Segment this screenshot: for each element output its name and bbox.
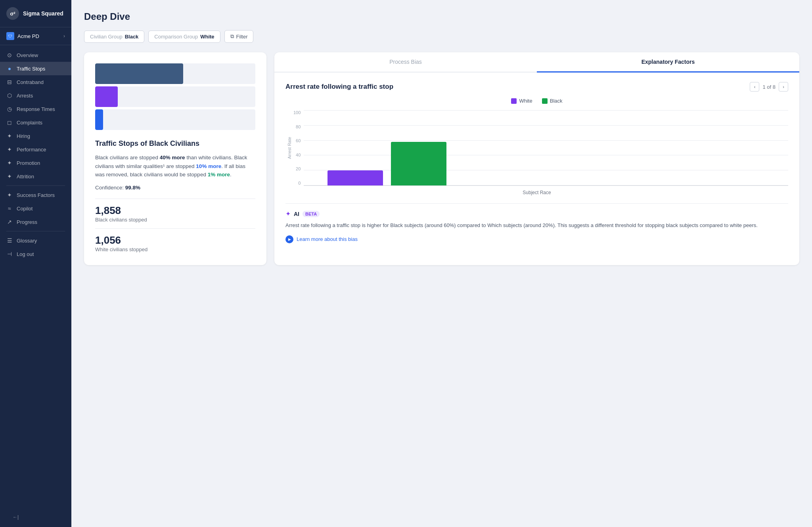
play-icon: ▶: [285, 235, 293, 243]
contraband-icon: ⊟: [6, 79, 13, 85]
sidebar-item-glossary-label: Glossary: [17, 238, 37, 244]
bar-purple: [95, 86, 118, 107]
card-tabs: Process Bias Explanatory Factors: [274, 52, 799, 73]
tab-explanatory-factors[interactable]: Explanatory Factors: [537, 52, 799, 73]
sidebar-item-success-factors-label: Success Factors: [17, 192, 55, 198]
civilian-group-filter[interactable]: Civilian Group Black: [84, 31, 144, 43]
sidebar-item-traffic-stops-label: Traffic Stops: [17, 66, 45, 72]
sidebar-item-response-times[interactable]: ◷ Response Times: [0, 102, 71, 116]
left-card-description: Black civilians are stopped 40% more tha…: [95, 153, 255, 179]
stat-black-number: 1,858: [95, 204, 255, 217]
glossary-icon: ☰: [6, 237, 13, 244]
progress-icon: ↗: [6, 219, 13, 225]
collapse-button[interactable]: ←|: [6, 511, 65, 523]
sidebar-item-hiring-label: Hiring: [17, 133, 30, 139]
sidebar-nav: ⊙ Overview ● Traffic Stops ⊟ Contraband …: [0, 45, 71, 507]
pagination-display: 1 of 8: [762, 84, 776, 90]
bar-row-3: [95, 109, 255, 130]
sidebar-item-glossary[interactable]: ☰ Glossary: [0, 234, 71, 247]
y-label-40: 40: [296, 153, 301, 157]
chart-wrapper: Arrest Rate 100 80 60 40 20 0: [285, 110, 788, 186]
legend-white-label: White: [519, 98, 532, 104]
sidebar-item-progress[interactable]: ↗ Progress: [0, 215, 71, 229]
sidebar-item-copilot[interactable]: ≈ Copilot: [0, 202, 71, 215]
white-bar: [327, 170, 383, 185]
y-label-0: 0: [298, 181, 301, 185]
logout-icon: ⊣: [6, 251, 13, 257]
sidebar-item-attrition[interactable]: ✦ Attrition: [0, 170, 71, 183]
sidebar-item-success-factors[interactable]: ✦ Success Factors: [0, 188, 71, 202]
nav-divider-2: [6, 231, 65, 231]
collapse-icon: ←|: [13, 514, 19, 520]
confidence-value: 99.8%: [125, 185, 140, 191]
sidebar-item-attrition-label: Attrition: [17, 174, 34, 179]
stat-black-label: Black civilians stopped: [95, 217, 255, 223]
chart-header: Arrest rate following a traffic stop ‹ 1…: [285, 82, 788, 92]
comparison-group-filter[interactable]: Comparison Group White: [148, 31, 220, 43]
legend-white-dot: [511, 98, 517, 104]
stat-1pct: 1% more: [208, 172, 230, 178]
sidebar-item-arrests-label: Arrests: [17, 93, 33, 99]
sidebar: σ² Sigma Squared 🛡 Acme PD › ⊙ Overview …: [0, 0, 71, 527]
chart-inner: [304, 110, 788, 186]
sidebar-item-performance-label: Performance: [17, 147, 46, 153]
sidebar-item-overview[interactable]: ⊙ Overview: [0, 48, 71, 62]
overview-icon: ⊙: [6, 52, 13, 58]
comparison-group-value: White: [200, 34, 214, 40]
civilian-group-label: Civilian Group: [90, 34, 123, 40]
y-label-80: 80: [296, 124, 301, 129]
legend-white: White: [511, 98, 532, 104]
sidebar-item-complaints[interactable]: ◻ Complaints: [0, 116, 71, 129]
left-card: Traffic Stops of Black Civilians Black c…: [84, 52, 266, 265]
arrests-icon: ⬡: [6, 92, 13, 99]
filter-button[interactable]: ⧉ Filter: [224, 30, 254, 43]
tab-process-bias[interactable]: Process Bias: [274, 52, 537, 73]
left-card-title: Traffic Stops of Black Civilians: [95, 139, 255, 148]
y-label-60: 60: [296, 138, 301, 143]
page-title: Deep Dive: [84, 11, 799, 22]
y-label-100: 100: [293, 110, 301, 115]
tab-process-bias-label: Process Bias: [389, 59, 422, 65]
sidebar-item-progress-label: Progress: [17, 219, 37, 225]
black-bar: [391, 142, 446, 185]
pagination-prev-button[interactable]: ‹: [750, 82, 759, 92]
org-icon: 🛡: [6, 32, 14, 40]
legend-black: Black: [542, 98, 563, 104]
filter-bar: Civilian Group Black Comparison Group Wh…: [84, 30, 799, 43]
sidebar-item-traffic-stops[interactable]: ● Traffic Stops: [0, 62, 71, 75]
stat-divider-2: [95, 228, 255, 229]
stat-divider-1: [95, 199, 255, 199]
sidebar-item-logout[interactable]: ⊣ Log out: [0, 247, 71, 261]
stat-40pct: 40% more: [160, 155, 185, 160]
stat-white-label: White civilians stopped: [95, 246, 255, 252]
sidebar-item-performance[interactable]: ✦ Performance: [0, 143, 71, 156]
chart-title: Arrest rate following a traffic stop: [285, 83, 393, 91]
sidebar-item-contraband[interactable]: ⊟ Contraband: [0, 75, 71, 89]
promotion-icon: ✦: [6, 160, 13, 166]
bars-container: [304, 110, 788, 185]
legend-black-dot: [542, 98, 548, 104]
bar-row-1: [95, 63, 255, 84]
response-times-icon: ◷: [6, 106, 13, 112]
x-axis-label: Subject Race: [523, 190, 551, 195]
civilian-group-value: Black: [125, 34, 139, 40]
hiring-icon: ✦: [6, 133, 13, 139]
confidence-text: Confidence: 99.8%: [95, 185, 255, 191]
sidebar-item-response-times-label: Response Times: [17, 106, 55, 112]
sidebar-item-contraband-label: Contraband: [17, 79, 44, 85]
sidebar-item-arrests[interactable]: ⬡ Arrests: [0, 89, 71, 102]
logo-icon: σ²: [6, 7, 19, 20]
pagination-next-button[interactable]: ›: [779, 82, 788, 92]
chart-legend: White Black: [285, 98, 788, 104]
org-switcher[interactable]: 🛡 Acme PD ›: [0, 27, 71, 45]
sidebar-item-promotion[interactable]: ✦ Promotion: [0, 156, 71, 170]
tab-explanatory-factors-label: Explanatory Factors: [642, 59, 695, 65]
sidebar-item-promotion-label: Promotion: [17, 160, 40, 166]
ai-section: ✦ AI BETA Arrest rate following a traffi…: [285, 203, 788, 243]
legend-black-label: Black: [550, 98, 563, 104]
attrition-icon: ✦: [6, 173, 13, 179]
bar-row-2: [95, 86, 255, 107]
traffic-stops-icon: ●: [6, 65, 13, 72]
sidebar-item-hiring[interactable]: ✦ Hiring: [0, 129, 71, 143]
learn-more-link[interactable]: ▶ Learn more about this bias: [285, 235, 788, 243]
